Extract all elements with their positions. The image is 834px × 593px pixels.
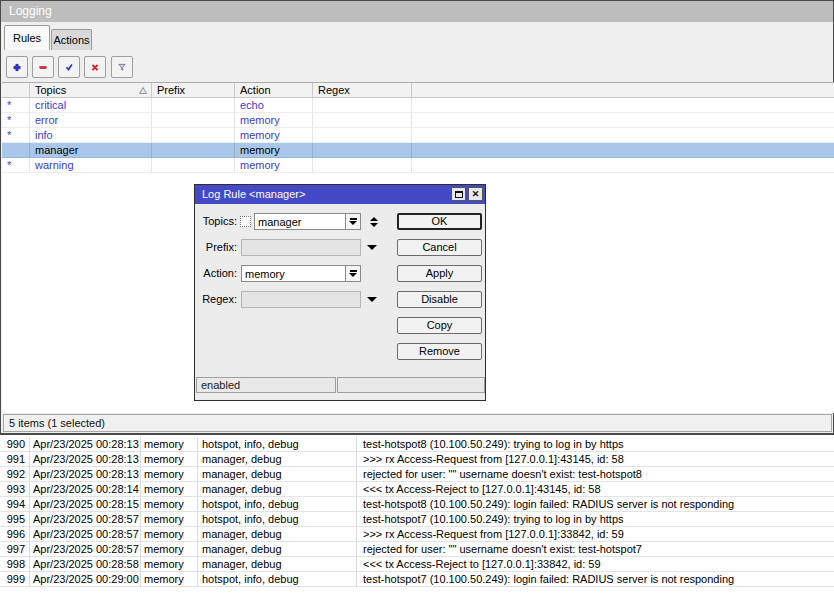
log-row[interactable]: 992 Apr/23/2025 00:28:13 memory manager,… bbox=[0, 467, 834, 482]
prefix-label: Prefix: bbox=[195, 239, 237, 256]
remove-icon bbox=[39, 60, 47, 75]
rule-prefix bbox=[152, 128, 235, 143]
regex-input[interactable] bbox=[241, 291, 361, 308]
rule-action: memory bbox=[235, 158, 313, 173]
add-button[interactable] bbox=[6, 56, 28, 78]
rule-prefix bbox=[152, 158, 235, 173]
log-buffer: memory bbox=[141, 482, 198, 497]
rules-table-header: Topics Prefix Action Regex bbox=[2, 83, 834, 98]
disable-x-icon bbox=[91, 61, 99, 74]
log-row[interactable]: 999 Apr/23/2025 00:29:00 memory hotspot,… bbox=[0, 572, 834, 587]
logging-window: Logging Rules Actions bbox=[0, 0, 834, 593]
rule-topics: error bbox=[30, 113, 152, 128]
log-message: >>> rx Access-Request from [127.0.0.1]:4… bbox=[357, 452, 834, 467]
maximize-button[interactable] bbox=[451, 187, 466, 201]
column-header-flag[interactable] bbox=[2, 83, 30, 97]
topics-input[interactable] bbox=[254, 213, 346, 230]
tab-rules[interactable]: Rules bbox=[4, 25, 50, 50]
close-button[interactable]: ✕ bbox=[468, 187, 483, 201]
action-input[interactable] bbox=[241, 265, 346, 282]
log-row[interactable]: 994 Apr/23/2025 00:28:15 memory hotspot,… bbox=[0, 497, 834, 512]
log-panel: 990 Apr/23/2025 00:28:13 memory hotspot,… bbox=[0, 435, 834, 593]
topics-updown-control[interactable] bbox=[367, 214, 381, 229]
log-row[interactable]: 995 Apr/23/2025 00:28:57 memory hotspot,… bbox=[0, 512, 834, 527]
column-header-regex[interactable]: Regex bbox=[313, 83, 412, 97]
prefix-dropdown-arrow[interactable] bbox=[366, 239, 378, 256]
arrow-down-icon bbox=[370, 223, 378, 227]
rule-regex bbox=[313, 158, 412, 173]
log-message: <<< tx Access-Reject to [127.0.0.1]:3384… bbox=[357, 557, 834, 572]
tab-actions[interactable]: Actions bbox=[51, 29, 92, 50]
rule-action: memory bbox=[235, 128, 313, 143]
log-number: 992 bbox=[0, 467, 30, 482]
log-row[interactable]: 990 Apr/23/2025 00:28:13 memory hotspot,… bbox=[0, 437, 834, 452]
dialog-title: Log Rule <manager> bbox=[202, 188, 305, 200]
copy-button[interactable]: Copy bbox=[397, 317, 482, 334]
log-row[interactable]: 993 Apr/23/2025 00:28:14 memory manager,… bbox=[0, 482, 834, 497]
log-number: 990 bbox=[0, 437, 30, 452]
log-time: Apr/23/2025 00:28:14 bbox=[30, 482, 141, 497]
log-message: test-hotspot7 (10.100.50.249): login fai… bbox=[357, 572, 834, 587]
rule-prefix bbox=[152, 113, 235, 128]
rule-flag: * bbox=[2, 98, 30, 113]
topics-dropdown-button[interactable] bbox=[345, 213, 361, 230]
regex-label: Regex: bbox=[195, 291, 237, 308]
rule-topics: warning bbox=[30, 158, 152, 173]
log-message: test-hotspot8 (10.100.50.249): login fai… bbox=[357, 497, 834, 512]
column-header-filler bbox=[412, 83, 834, 97]
prefix-input[interactable] bbox=[241, 239, 361, 256]
chevron-down-icon bbox=[367, 297, 377, 302]
topics-not-toggle[interactable] bbox=[240, 216, 251, 227]
cancel-button[interactable]: Cancel bbox=[397, 239, 482, 256]
rule-row-warning[interactable]: * warning memory bbox=[2, 158, 834, 173]
log-number: 993 bbox=[0, 482, 30, 497]
log-row[interactable]: 991 Apr/23/2025 00:28:13 memory manager,… bbox=[0, 452, 834, 467]
action-label: Action: bbox=[195, 265, 237, 282]
log-time: Apr/23/2025 00:28:13 bbox=[30, 452, 141, 467]
enable-check-icon bbox=[65, 60, 73, 74]
arrow-up-icon bbox=[370, 217, 378, 221]
log-message: >>> rx Access-Request from [127.0.0.1]:3… bbox=[357, 527, 834, 542]
log-buffer: memory bbox=[141, 497, 198, 512]
rule-row-error[interactable]: * error memory bbox=[2, 113, 834, 128]
ok-button[interactable]: OK bbox=[397, 213, 482, 230]
rule-action: echo bbox=[235, 98, 313, 113]
rule-row-manager-selected[interactable]: manager memory bbox=[2, 143, 834, 158]
log-time: Apr/23/2025 00:28:13 bbox=[30, 437, 141, 452]
log-number: 997 bbox=[0, 542, 30, 557]
log-buffer: memory bbox=[141, 557, 198, 572]
filter-button[interactable] bbox=[111, 56, 133, 78]
disable-button[interactable]: Disable bbox=[397, 291, 482, 308]
log-topics: manager, debug bbox=[198, 557, 357, 572]
action-dropdown-button[interactable] bbox=[345, 265, 361, 282]
column-header-action[interactable]: Action bbox=[235, 83, 313, 97]
log-topics: manager, debug bbox=[198, 542, 357, 557]
rule-row-critical[interactable]: * critical echo bbox=[2, 98, 834, 113]
rule-row-info[interactable]: * info memory bbox=[2, 128, 834, 143]
regex-dropdown-arrow[interactable] bbox=[366, 291, 378, 308]
dropdown-list-icon bbox=[350, 270, 357, 272]
log-time: Apr/23/2025 00:28:15 bbox=[30, 497, 141, 512]
log-message: test-hotspot8 (10.100.50.249): trying to… bbox=[357, 437, 834, 452]
log-buffer: memory bbox=[141, 437, 198, 452]
log-message: rejected for user: "" username doesn't e… bbox=[357, 542, 834, 557]
remove-button[interactable] bbox=[32, 56, 54, 78]
log-row[interactable]: 996 Apr/23/2025 00:28:57 memory manager,… bbox=[0, 527, 834, 542]
log-row[interactable]: 997 Apr/23/2025 00:28:57 memory manager,… bbox=[0, 542, 834, 557]
dialog-status: enabled bbox=[196, 377, 336, 393]
apply-button[interactable]: Apply bbox=[397, 265, 482, 282]
rule-prefix bbox=[152, 98, 235, 113]
window-titlebar: Logging bbox=[1, 1, 833, 22]
item-count-text: 5 items (1 selected) bbox=[9, 417, 105, 429]
column-header-topics[interactable]: Topics bbox=[30, 83, 152, 97]
remove-button[interactable]: Remove bbox=[397, 343, 482, 360]
log-topics: manager, debug bbox=[198, 527, 357, 542]
log-time: Apr/23/2025 00:28:13 bbox=[30, 467, 141, 482]
rule-regex bbox=[313, 128, 412, 143]
column-header-prefix[interactable]: Prefix bbox=[152, 83, 235, 97]
log-row[interactable]: 998 Apr/23/2025 00:28:58 memory manager,… bbox=[0, 557, 834, 572]
log-buffer: memory bbox=[141, 572, 198, 587]
enable-button[interactable] bbox=[58, 56, 80, 78]
topics-label: Topics: bbox=[195, 213, 237, 230]
disable-button[interactable] bbox=[84, 56, 106, 78]
